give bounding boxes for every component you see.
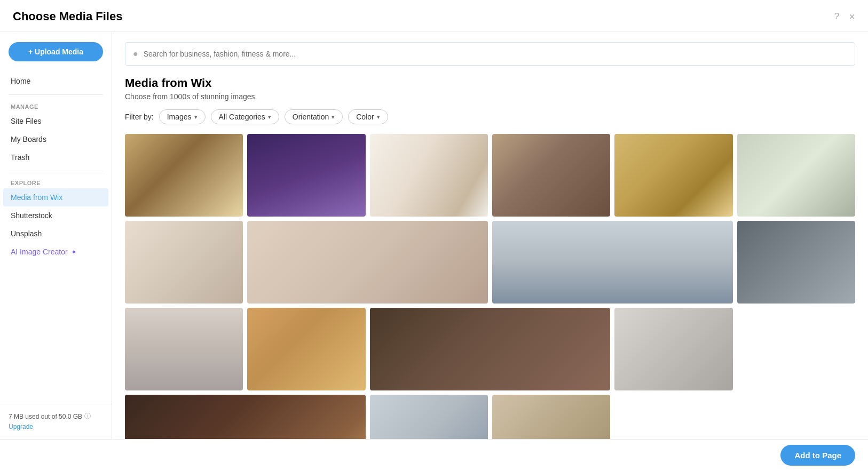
sidebar-item-shutterstock[interactable]: Shutterstock	[0, 206, 112, 225]
add-to-page-button[interactable]: Add to Page	[780, 445, 855, 466]
explore-section-label: EXPLORE	[0, 175, 112, 188]
sparkle-icon: ✦	[71, 248, 77, 256]
search-icon: ●	[133, 49, 138, 59]
title-bar-actions: ? ×	[834, 11, 855, 23]
my-boards-label: My Boards	[11, 135, 46, 143]
image-mountain[interactable]	[737, 221, 855, 304]
image-christmas[interactable]	[737, 134, 855, 217]
sidebar-footer: 7 MB used out of 50.0 GB ⓘ Upgrade	[0, 404, 112, 439]
image-road[interactable]	[492, 221, 733, 304]
manage-section-label: MANAGE	[0, 99, 112, 112]
shutterstock-label: Shutterstock	[11, 211, 52, 220]
title-bar: Choose Media Files ? ×	[0, 0, 868, 31]
image-man[interactable]	[125, 308, 243, 390]
trash-label: Trash	[11, 153, 29, 162]
image-family-dinner[interactable]	[370, 308, 611, 390]
chevron-down-icon: ▾	[332, 114, 335, 121]
media-from-wix-label: Media from Wix	[11, 193, 62, 202]
upload-media-button[interactable]: + Upload Media	[9, 42, 103, 61]
chevron-down-icon: ▾	[194, 114, 198, 121]
filter-bar: Filter by: Images ▾ All Categories ▾ Ori…	[125, 109, 855, 124]
filter-images-label: Images	[167, 113, 192, 121]
sidebar-divider-2	[9, 171, 103, 171]
sidebar-item-site-files[interactable]: Site Files	[0, 112, 112, 130]
storage-info-row: 7 MB used out of 50.0 GB ⓘ	[9, 412, 103, 421]
storage-info-icon[interactable]: ⓘ	[84, 412, 91, 421]
sidebar-item-trash[interactable]: Trash	[0, 148, 112, 166]
image-sale-box[interactable]	[125, 221, 243, 304]
bottom-bar: Add to Page	[0, 439, 868, 471]
image-restaurant[interactable]	[492, 134, 610, 217]
sidebar-item-media-from-wix[interactable]: Media from Wix	[3, 188, 108, 206]
sidebar-item-my-boards[interactable]: My Boards	[0, 130, 112, 148]
image-pliers[interactable]	[614, 308, 732, 390]
help-icon[interactable]: ?	[834, 11, 839, 22]
content-area: ● Media from Wix Choose from 1000s of st…	[112, 31, 868, 439]
upgrade-link[interactable]: Upgrade	[9, 423, 103, 430]
image-wine[interactable]	[125, 395, 366, 439]
filter-orientation-button[interactable]: Orientation ▾	[285, 109, 343, 124]
section-title: Media from Wix	[125, 76, 855, 90]
home-label: Home	[11, 77, 30, 85]
chevron-down-icon: ▾	[377, 114, 380, 121]
search-input[interactable]	[144, 50, 847, 58]
filter-images-button[interactable]: Images ▾	[159, 109, 206, 124]
filter-label: Filter by:	[125, 113, 154, 121]
sidebar-nav: Home MANAGE Site Files My Boards Trash E…	[0, 72, 112, 266]
chevron-down-icon: ▾	[268, 114, 271, 121]
image-meeting[interactable]	[370, 395, 488, 439]
sidebar: + Upload Media Home MANAGE Site Files My…	[0, 31, 112, 439]
image-pinecone[interactable]	[492, 395, 610, 439]
section-subtitle: Choose from 1000s of stunning images.	[125, 92, 855, 101]
image-fashion[interactable]	[247, 221, 488, 304]
image-marble[interactable]	[370, 134, 488, 217]
storage-text: 7 MB used out of 50.0 GB	[9, 413, 82, 420]
dialog-title: Choose Media Files	[13, 10, 122, 23]
image-pears[interactable]	[614, 134, 732, 217]
sidebar-item-unsplash[interactable]: Unsplash	[0, 225, 112, 243]
site-files-label: Site Files	[11, 117, 42, 125]
image-camper[interactable]	[247, 308, 365, 390]
image-autumn-plant[interactable]	[125, 134, 243, 217]
main-layout: + Upload Media Home MANAGE Site Files My…	[0, 31, 868, 439]
search-bar: ●	[125, 42, 855, 66]
filter-categories-label: All Categories	[219, 113, 265, 121]
filter-orientation-label: Orientation	[293, 113, 329, 121]
sidebar-divider-1	[9, 94, 103, 95]
filter-color-label: Color	[356, 113, 374, 121]
sidebar-item-home[interactable]: Home	[0, 72, 112, 90]
filter-color-button[interactable]: Color ▾	[348, 109, 388, 124]
close-icon[interactable]: ×	[849, 11, 855, 23]
image-grid	[125, 134, 855, 439]
ai-image-creator-label: AI Image Creator	[11, 248, 68, 256]
unsplash-label: Unsplash	[11, 229, 42, 238]
sidebar-item-ai-image-creator[interactable]: AI Image Creator ✦	[0, 243, 112, 261]
image-portrait-woman[interactable]	[247, 134, 365, 217]
filter-categories-button[interactable]: All Categories ▾	[211, 109, 279, 124]
